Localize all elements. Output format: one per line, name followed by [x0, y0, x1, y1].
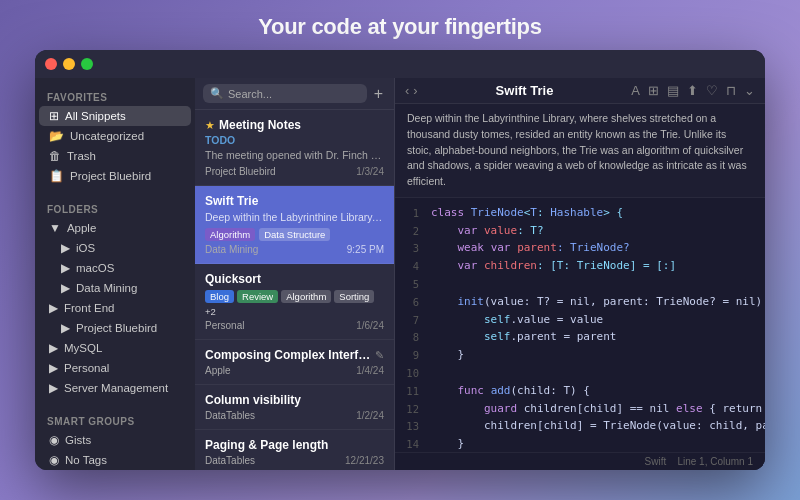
sidebar-item-project-bluebird2[interactable]: ▶ Project Bluebird: [39, 318, 191, 338]
code-line: 1class TrieNode<T: Hashable> {: [395, 204, 765, 222]
doc-icon-7: ▶: [49, 381, 58, 395]
add-snippet-button[interactable]: +: [371, 85, 386, 103]
line-number: 11: [395, 382, 431, 400]
snippet-date-composing: 1/4/24: [356, 365, 384, 376]
line-code: guard children[child] == nil else { retu…: [431, 400, 765, 418]
columns-icon[interactable]: ▤: [667, 83, 679, 98]
chevron-icon-2: ▶: [49, 301, 58, 315]
description-bar: Deep within the Labyrinthine Library, wh…: [395, 104, 765, 198]
sidebar-item-gists[interactable]: ◉ Gists: [39, 430, 191, 450]
code-footer: Swift Line 1, Column 1: [395, 452, 765, 470]
code-line: 6 init(value: T? = nil, parent: TrieNode…: [395, 293, 765, 311]
line-code: var value: T?: [431, 222, 765, 240]
snippet-item-meeting-notes[interactable]: ★ Meeting Notes TODO The meeting opened …: [195, 110, 394, 186]
code-line: 13 children[child] = TrieNode(value: chi…: [395, 417, 765, 435]
tag-pill-sorting: Sorting: [334, 290, 374, 303]
line-number: 9: [395, 346, 431, 364]
bookmark-icon[interactable]: ♡: [706, 83, 718, 98]
smart-groups-label: Smart Groups: [35, 410, 195, 430]
line-code: [431, 275, 765, 293]
line-code: init(value: T? = nil, parent: TrieNode? …: [431, 293, 765, 311]
sidebar-item-uncategorized[interactable]: 📂 Uncategorized: [39, 126, 191, 146]
snippet-title-swift-trie: Swift Trie: [205, 194, 384, 208]
share-icon[interactable]: ⬆: [687, 83, 698, 98]
copy-icon[interactable]: ⊓: [726, 83, 736, 98]
back-arrow[interactable]: ‹: [405, 83, 409, 98]
close-button[interactable]: [45, 58, 57, 70]
sidebar-item-apple[interactable]: ▼ Apple: [39, 218, 191, 238]
code-area[interactable]: 1class TrieNode<T: Hashable> {2 var valu…: [395, 198, 765, 452]
line-code: }: [431, 346, 765, 364]
lang-label: Swift: [645, 456, 667, 467]
sidebar-item-no-tags[interactable]: ◉ No Tags: [39, 450, 191, 470]
sidebar-item-front-end[interactable]: ▶ Front End: [39, 298, 191, 318]
title-bar: [35, 50, 765, 78]
line-code: var children: [T: TrieNode] = [:]: [431, 257, 765, 275]
sidebar-item-trash[interactable]: 🗑 Trash: [39, 146, 191, 166]
grid-icon-2[interactable]: ⊞: [648, 83, 659, 98]
sidebar-label-front-end: Front End: [64, 302, 181, 314]
folders-label: Folders: [35, 198, 195, 218]
sidebar-item-server-mgmt[interactable]: ▶ Server Management: [39, 378, 191, 398]
code-line: 14 }: [395, 435, 765, 452]
sidebar-label-project-bluebird2: Project Bluebird: [76, 322, 181, 334]
line-code: func add(child: T) {: [431, 382, 765, 400]
sidebar-item-personal[interactable]: ▶ Personal: [39, 358, 191, 378]
snippet-title-column-visibility: Column visibility: [205, 393, 384, 407]
snippet-date-swift-trie: 9:25 PM: [347, 244, 384, 255]
snippet-title-paging: Paging & Page length: [205, 438, 384, 452]
sidebar-label-no-tags: No Tags: [65, 454, 181, 466]
sidebar-label-project-bluebird: Project Bluebird: [70, 170, 181, 182]
snippet-item-quicksort[interactable]: Quicksort Blog Review Algorithm Sorting …: [195, 264, 394, 340]
sidebar-item-data-mining[interactable]: ▶ Data Mining: [39, 278, 191, 298]
line-number: 8: [395, 328, 431, 346]
tag-pill-algorithm2: Algorithm: [281, 290, 331, 303]
chevron-icon: ▼: [49, 221, 61, 235]
doc-icon-3: ▶: [61, 281, 70, 295]
tag-extra-count: +2: [205, 306, 216, 317]
nav-arrows: ‹ ›: [405, 83, 418, 98]
line-number: 3: [395, 239, 431, 257]
snippet-folder-composing: Apple: [205, 365, 231, 376]
snippet-items: ★ Meeting Notes TODO The meeting opened …: [195, 110, 394, 470]
line-code: self.parent = parent: [431, 328, 765, 346]
doc-icon-6: ▶: [49, 361, 58, 375]
line-number: 5: [395, 275, 431, 293]
snippet-item-column-visibility[interactable]: Column visibility DataTables 1/2/24: [195, 385, 394, 430]
sidebar-label-server-mgmt: Server Management: [64, 382, 181, 394]
search-box[interactable]: 🔍 Search...: [203, 84, 367, 103]
minimize-button[interactable]: [63, 58, 75, 70]
line-code: }: [431, 435, 765, 452]
toolbar-icons: A ⊞ ▤ ⬆ ♡ ⊓ ⌄: [631, 83, 755, 98]
snippet-folder-meeting-notes: Project Bluebird: [205, 166, 276, 177]
main-content: Favorites ⊞ All Snippets 📂 Uncategorized…: [35, 78, 765, 470]
snippet-item-paging[interactable]: Paging & Page length DataTables 12/21/23: [195, 430, 394, 470]
snippet-item-composing[interactable]: Composing Complex Interfaces ✎ Apple 1/4…: [195, 340, 394, 385]
sidebar-item-mysql[interactable]: ▶ MySQL: [39, 338, 191, 358]
sidebar-label-trash: Trash: [67, 150, 181, 162]
snippet-item-swift-trie[interactable]: Swift Trie Deep within the Labyrinthine …: [195, 186, 394, 265]
sidebar-label-apple: Apple: [67, 222, 181, 234]
app-window: Favorites ⊞ All Snippets 📂 Uncategorized…: [35, 50, 765, 470]
code-line: 4 var children: [T: TrieNode] = [:]: [395, 257, 765, 275]
line-number: 4: [395, 257, 431, 275]
sidebar-item-project-bluebird[interactable]: 📋 Project Bluebird: [39, 166, 191, 186]
sidebar-item-macos[interactable]: ▶ macOS: [39, 258, 191, 278]
code-panel-header: ‹ › Swift Trie A ⊞ ▤ ⬆ ♡ ⊓ ⌄: [395, 78, 765, 104]
more-icon[interactable]: ⌄: [744, 83, 755, 98]
edit-icon: ✎: [375, 349, 384, 362]
code-line: 9 }: [395, 346, 765, 364]
snippet-date-column-visibility: 1/2/24: [356, 410, 384, 421]
text-icon[interactable]: A: [631, 83, 640, 98]
line-number: 14: [395, 435, 431, 452]
code-panel-title: Swift Trie: [424, 83, 626, 98]
tag-pill-data-structure: Data Structure: [259, 228, 330, 241]
headline: Your code at your fingertips: [258, 0, 541, 50]
search-placeholder: Search...: [228, 88, 272, 100]
line-number: 2: [395, 222, 431, 240]
line-number: 1: [395, 204, 431, 222]
maximize-button[interactable]: [81, 58, 93, 70]
forward-arrow[interactable]: ›: [413, 83, 417, 98]
sidebar-item-ios[interactable]: ▶ iOS: [39, 238, 191, 258]
sidebar-item-all-snippets[interactable]: ⊞ All Snippets: [39, 106, 191, 126]
